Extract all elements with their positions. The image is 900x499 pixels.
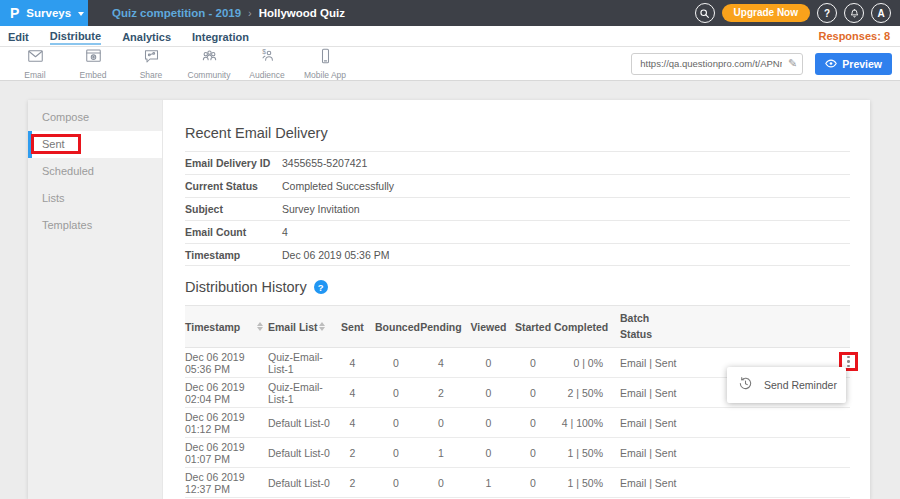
table-row[interactable]: Dec 06 2019 01:12 PMDefault List-0 40 00… <box>185 408 850 438</box>
recent-delivery-table: Email Delivery ID 3455655-5207421 Curren… <box>185 151 850 266</box>
notifications-bell-icon[interactable] <box>844 3 864 23</box>
embed-icon <box>84 47 103 69</box>
kv-row: Current Status Completed Successfully <box>185 174 850 197</box>
toolbar-item-mobile-app[interactable]: Mobile App <box>296 47 354 80</box>
tab-distribute[interactable]: Distribute <box>50 28 101 45</box>
send-reminder-menu-item[interactable]: Send Reminder <box>764 379 837 391</box>
tab-integration[interactable]: Integration <box>192 29 249 44</box>
kv-value: Completed Successfully <box>282 180 394 192</box>
breadcrumb-parent-link[interactable]: Quiz competition - 2019 <box>112 7 241 19</box>
col-completed: Completed <box>554 306 609 348</box>
toolbar-item-label: Audience <box>249 70 284 80</box>
col-actions <box>699 306 850 348</box>
search-icon[interactable] <box>695 3 715 23</box>
toolbar-item-label: Email <box>24 70 45 80</box>
upgrade-now-button[interactable]: Upgrade Now <box>722 4 810 22</box>
eye-icon <box>825 58 837 70</box>
email-icon <box>26 47 45 69</box>
toolbar-item-community[interactable]: Community <box>180 47 238 80</box>
kv-value: 3455655-5207421 <box>282 157 367 169</box>
tab-edit[interactable]: Edit <box>8 29 29 44</box>
content-card: Compose Sent Scheduled Lists Templates R… <box>28 100 870 499</box>
kv-label: Email Delivery ID <box>185 157 282 169</box>
tab-analytics[interactable]: Analytics <box>122 29 171 44</box>
kv-row: Subject Survey Invitation <box>185 197 850 220</box>
kv-value: Dec 06 2019 05:36 PM <box>282 249 389 261</box>
avatar[interactable]: A <box>871 3 891 23</box>
survey-url-group: ✎ <box>631 53 803 75</box>
product-menu[interactable]: P Surveys <box>0 0 88 26</box>
topbar-actions: Upgrade Now ? A <box>695 3 900 23</box>
sidebar-item-templates[interactable]: Templates <box>28 212 162 239</box>
email-sidebar: Compose Sent Scheduled Lists Templates <box>28 100 163 499</box>
toolbar-item-audience[interactable]: $ Audience <box>238 47 296 80</box>
top-bar: P Surveys Quiz competition - 2019 › Holl… <box>0 0 900 26</box>
share-icon <box>142 47 161 69</box>
table-header-row: Timestamp Email List Sent Bounced Pendin… <box>185 306 850 348</box>
mobile-app-icon <box>316 47 335 69</box>
audience-icon: $ <box>258 47 277 69</box>
distribution-history-title-text: Distribution History <box>185 279 307 295</box>
sidebar-item-scheduled[interactable]: Scheduled <box>28 158 162 185</box>
row-context-menu: Send Reminder <box>727 367 846 403</box>
col-started: Started <box>512 306 554 348</box>
kv-row: Email Count 4 <box>185 220 850 243</box>
toolbar-item-label: Mobile App <box>304 70 346 80</box>
kv-row: Email Delivery ID 3455655-5207421 <box>185 151 850 174</box>
sidebar-item-sent[interactable]: Sent <box>28 131 162 158</box>
toolbar-item-share[interactable]: Share <box>122 47 180 80</box>
chevron-down-icon <box>78 12 84 16</box>
sort-icon <box>319 322 325 331</box>
toolbar-item-label: Share <box>140 70 163 80</box>
breadcrumb-current: Hollywood Quiz <box>259 7 345 19</box>
edit-pencil-icon[interactable]: ✎ <box>788 57 797 70</box>
col-viewed: Viewed <box>465 306 512 348</box>
breadcrumb: Quiz competition - 2019 › Hollywood Quiz <box>112 7 345 19</box>
survey-nav: Edit Distribute Analytics Integration Re… <box>0 26 900 47</box>
questionpro-logo-icon: P <box>10 6 19 20</box>
col-pending: Pending <box>417 306 465 348</box>
product-menu-label: Surveys <box>26 7 71 19</box>
col-email-list[interactable]: Email List <box>268 306 330 348</box>
sort-icon <box>257 322 263 331</box>
col-timestamp[interactable]: Timestamp <box>185 306 268 348</box>
kv-label: Current Status <box>185 180 282 192</box>
sidebar-item-lists[interactable]: Lists <box>28 185 162 212</box>
recent-delivery-title: Recent Email Delivery <box>185 125 850 141</box>
svg-text:$: $ <box>262 48 266 55</box>
sidebar-item-compose[interactable]: Compose <box>28 104 162 131</box>
kv-value: Survey Invitation <box>282 203 360 215</box>
col-sent: Sent <box>330 306 375 348</box>
community-icon <box>200 47 219 69</box>
preview-button-label: Preview <box>842 58 882 70</box>
help-icon[interactable]: ? <box>817 3 837 23</box>
main-content: Recent Email Delivery Email Delivery ID … <box>163 100 870 499</box>
breadcrumb-separator: › <box>248 7 252 19</box>
col-batch-status: Batch Status <box>609 306 699 348</box>
row-menu-dots-icon[interactable] <box>847 356 850 368</box>
kv-label: Subject <box>185 203 282 215</box>
responses-count[interactable]: Responses: 8 <box>818 30 900 42</box>
kv-label: Email Count <box>185 226 282 238</box>
distribute-toolbar: Email Embed Share Community $ Audience M… <box>0 47 900 81</box>
kv-row: Timestamp Dec 06 2019 05:36 PM <box>185 243 850 266</box>
table-row[interactable]: Dec 06 2019 01:07 PMDefault List-0 20 10… <box>185 438 850 468</box>
table-row[interactable]: Dec 06 2019 12:37 PMDefault List-0 20 01… <box>185 468 850 498</box>
toolbar-item-label: Community <box>188 70 231 80</box>
distribution-history-title: Distribution History ? <box>185 279 850 295</box>
help-tooltip-icon[interactable]: ? <box>314 280 328 294</box>
toolbar-item-label: Embed <box>80 70 107 80</box>
kv-label: Timestamp <box>185 249 282 261</box>
survey-url-input[interactable] <box>631 53 803 75</box>
preview-button[interactable]: Preview <box>815 53 892 75</box>
toolbar-item-email[interactable]: Email <box>6 47 64 80</box>
toolbar-item-embed[interactable]: Embed <box>64 47 122 80</box>
col-bounced: Bounced <box>375 306 417 348</box>
send-reminder-icon <box>739 376 752 394</box>
kv-value: 4 <box>282 226 288 238</box>
